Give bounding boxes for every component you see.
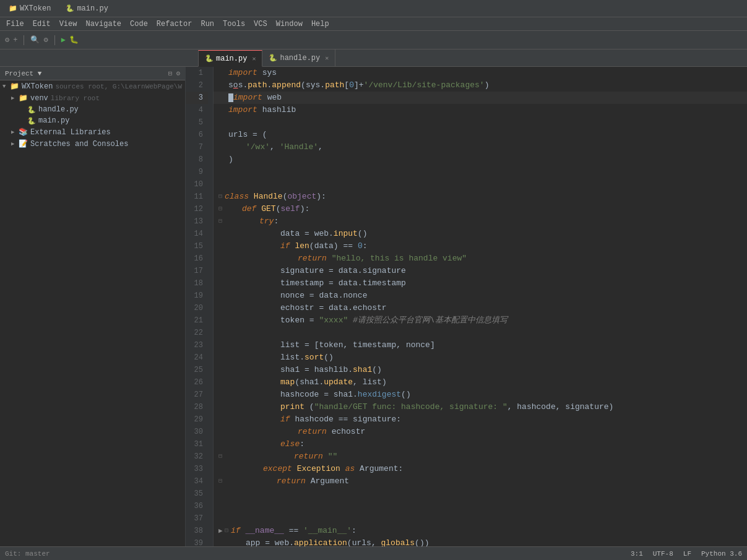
menu-refactor[interactable]: Refactor	[153, 19, 196, 30]
menu-edit[interactable]: Edit	[29, 19, 54, 30]
toolbar-run-icon[interactable]: ▶	[61, 35, 66, 45]
tab-handlepy-close[interactable]: ✕	[325, 54, 329, 62]
tab-handlepy-icon: 🐍	[269, 54, 277, 62]
ln-36: 36	[186, 500, 208, 512]
menu-run[interactable]: Run	[197, 19, 218, 30]
token-hashlib: hashlib	[262, 104, 296, 116]
code-line-15: if len(data) == 0:	[214, 240, 747, 252]
toolbar-settings-icon[interactable]: ⚙	[43, 35, 48, 45]
sidebar-mainpy-label: main.py	[38, 116, 69, 125]
code-line-7: '/wx', 'Handle',	[214, 141, 747, 153]
tab-mainpy-close[interactable]: ✕	[252, 55, 256, 62]
ln-15: 15	[186, 240, 208, 252]
status-line-sep: LF	[683, 550, 691, 558]
token-space	[257, 67, 262, 79]
sidebar-hide-icon[interactable]: ⊟	[168, 69, 173, 77]
code-line-24: list.sort()	[214, 351, 747, 364]
ln-37: 37	[186, 512, 208, 525]
tab-handlepy-label: handle.py	[280, 54, 320, 62]
ln-34: 34	[186, 475, 208, 488]
ln-13: 13	[186, 215, 208, 228]
tab-mainpy[interactable]: 🐍 main.py ✕	[198, 50, 262, 67]
token-import-1: import	[228, 67, 257, 79]
tab-mainpy-label: main.py	[216, 54, 247, 63]
tab-handlepy[interactable]: 🐍 handle.py ✕	[262, 50, 335, 66]
code-line-21: token = "xxxx" #请按照公众平台官网\基本配置中信息填写	[214, 314, 747, 327]
ln-32: 32	[186, 450, 208, 463]
ln-1: 1	[186, 67, 208, 79]
sidebar-item-venv[interactable]: ▶ 📁 venv library root	[0, 92, 185, 104]
ln-24: 24	[186, 351, 208, 364]
code-line-34: ⊟ return Argument	[214, 475, 747, 488]
ln-20: 20	[186, 302, 208, 314]
ln-12: 12	[186, 203, 208, 215]
ln-4: 4	[186, 104, 208, 116]
menu-vcs[interactable]: VCS	[250, 19, 271, 30]
ln-25: 25	[186, 364, 208, 376]
menu-view[interactable]: View	[56, 19, 81, 30]
ln-11: 11	[186, 191, 208, 203]
code-line-1: import sys	[214, 67, 747, 79]
code-line-19: nonce = data.nonce	[214, 290, 747, 302]
menu-window[interactable]: Window	[272, 19, 306, 30]
code-line-38: ▶ ⊟ if __name__ == '__main__':	[214, 525, 747, 537]
ln-27: 27	[186, 389, 208, 401]
sidebar-settings-icon[interactable]: ⚙	[176, 69, 180, 77]
title-tab-wxtoken[interactable]: 📁 WXToken	[5, 3, 54, 14]
tab-mainpy-icon: 🐍	[205, 54, 214, 62]
arrow-scratches: ▶	[11, 140, 19, 147]
title-bar: 📁 WXToken 🐍 main.py	[0, 0, 747, 17]
arrow-venv: ▶	[11, 95, 19, 101]
sidebar-venv-note: library root	[51, 95, 100, 102]
editor-area: 1 2 3 4 5 6 7 8 9 10 11 12 13 14 15 16 1…	[186, 67, 747, 546]
code-line-2: sos.path.append(sys.path[0]+'/venv/Lib/s…	[214, 79, 747, 92]
file-handlepy-icon: 🐍	[27, 106, 36, 114]
ln-29: 29	[186, 413, 208, 426]
menu-help[interactable]: Help	[308, 19, 333, 30]
sidebar-item-mainpy[interactable]: 🐍 main.py	[0, 115, 185, 126]
code-content[interactable]: import sys sos.path.append(sys.path[0]+'…	[214, 67, 747, 546]
menu-code[interactable]: Code	[126, 19, 152, 30]
file-mainpy-icon: 🐍	[27, 117, 36, 125]
menu-tools[interactable]: Tools	[219, 19, 249, 30]
toolbar-debug-icon[interactable]: 🐛	[69, 35, 79, 45]
ln-7: 7	[186, 141, 208, 153]
title-wxtoken-label: WXToken	[20, 4, 51, 13]
code-line-27: hashcode = sha1.hexdigest()	[214, 389, 747, 401]
toolbar-separator-2	[54, 35, 55, 45]
text-cursor	[228, 93, 233, 102]
wxtoken-folder-icon: 📁	[9, 4, 17, 12]
sidebar-item-scratches[interactable]: ▶ 📝 Scratches and Consoles	[0, 138, 185, 150]
sidebar-wxtoken-label: WXToken	[22, 82, 53, 91]
ln-19: 19	[186, 290, 208, 302]
token-web: web	[267, 92, 282, 104]
toolbar-build-icon[interactable]: ⚙	[5, 35, 9, 45]
sidebar-item-wxtoken[interactable]: ▼ 📁 WXToken sources root, G:\LearnWebPag…	[0, 80, 185, 92]
scratch-icon: 📝	[19, 139, 28, 149]
title-tab-mainpy[interactable]: 🐍 main.py	[62, 3, 111, 14]
code-line-22	[214, 327, 747, 339]
code-line-13: ⊟ try:	[214, 215, 747, 228]
token-import-3: import	[228, 104, 257, 116]
menu-file[interactable]: File	[2, 19, 28, 30]
menu-navigate[interactable]: Navigate	[82, 19, 125, 30]
code-line-4: import hashlib	[214, 104, 747, 116]
token-import-2: import	[233, 92, 262, 104]
code-container[interactable]: 1 2 3 4 5 6 7 8 9 10 11 12 13 14 15 16 1…	[186, 67, 747, 546]
toolbar: ⚙ + 🔍 ⚙ ▶ 🐛	[0, 31, 747, 50]
code-line-36	[214, 500, 747, 512]
sidebar-item-external-libs[interactable]: ▶ 📚 External Libraries	[0, 126, 185, 138]
ln-26: 26	[186, 376, 208, 389]
toolbar-search-icon[interactable]: 🔍	[30, 35, 40, 45]
token-sys-1: sys	[262, 67, 277, 79]
ln-18: 18	[186, 277, 208, 290]
ln-5: 5	[186, 116, 208, 129]
status-cursor-pos: 3:1	[631, 550, 643, 558]
ln-30: 30	[186, 426, 208, 438]
toolbar-add-icon[interactable]: +	[13, 36, 17, 45]
token-os: o	[233, 79, 238, 92]
sidebar-header[interactable]: Project ▼ ⊟ ⚙	[0, 67, 185, 80]
sidebar-handlepy-label: handle.py	[38, 105, 79, 114]
sidebar-item-handlepy[interactable]: 🐍 handle.py	[0, 104, 185, 115]
token-s3: s	[238, 79, 243, 92]
